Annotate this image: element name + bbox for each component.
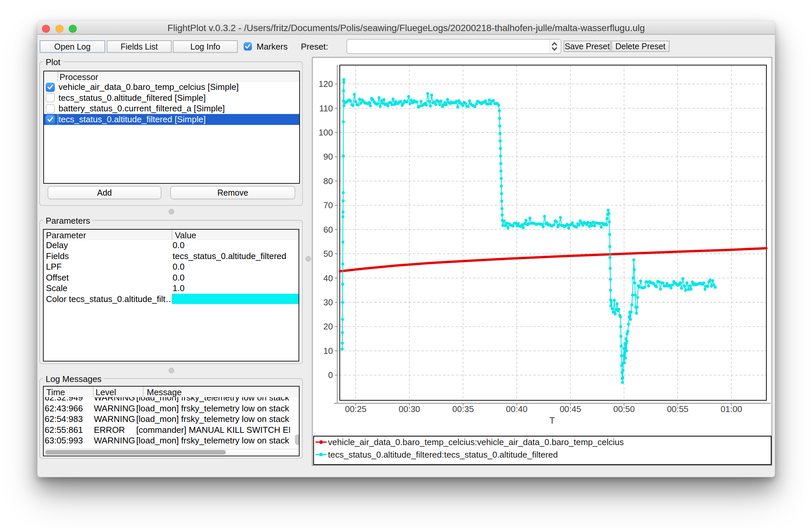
svg-text:00:40: 00:40 [506, 404, 527, 414]
svg-text:00:25: 00:25 [345, 404, 366, 414]
svg-text:00:35: 00:35 [452, 404, 474, 414]
svg-text:00:45: 00:45 [560, 404, 581, 414]
svg-text:10: 10 [323, 346, 333, 356]
svg-text:110: 110 [319, 103, 333, 113]
svg-text:60: 60 [323, 225, 333, 235]
svg-text:40: 40 [323, 273, 333, 283]
svg-text:vehicle_air_data_0.baro_temp_c: vehicle_air_data_0.baro_temp_celcius:veh… [328, 437, 624, 447]
svg-text:70: 70 [323, 200, 333, 210]
svg-text:20: 20 [323, 321, 333, 331]
svg-text:tecs_status_0.altitude_filtere: tecs_status_0.altitude_filtered:tecs_sta… [328, 450, 558, 459]
svg-text:80: 80 [323, 176, 333, 186]
svg-text:100: 100 [319, 127, 333, 137]
svg-text:30: 30 [323, 297, 333, 307]
svg-text:00:50: 00:50 [613, 404, 635, 414]
svg-text:90: 90 [323, 152, 333, 162]
svg-text:0: 0 [328, 370, 333, 380]
svg-text:01:00: 01:00 [721, 404, 742, 414]
svg-text:00:30: 00:30 [399, 404, 420, 414]
svg-text:50: 50 [323, 249, 333, 259]
svg-text:120: 120 [319, 79, 333, 89]
svg-text:00:55: 00:55 [667, 404, 688, 414]
svg-text:T: T [549, 415, 555, 426]
